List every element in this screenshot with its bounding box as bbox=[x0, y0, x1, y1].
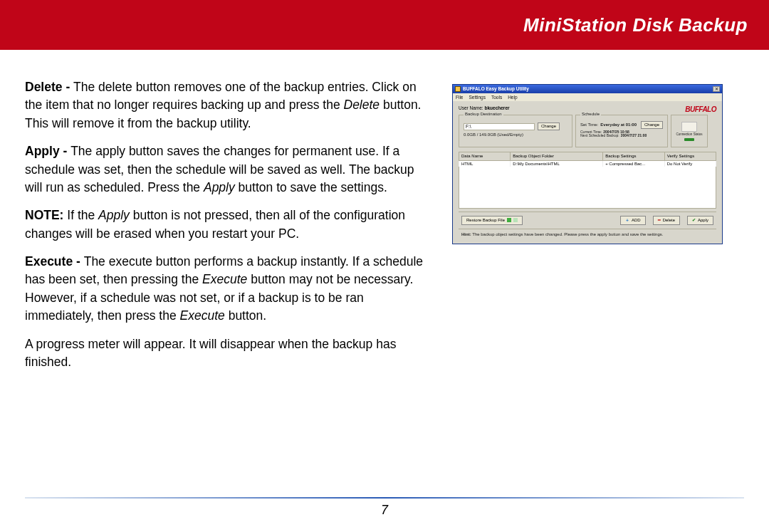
table-empty-area bbox=[459, 167, 716, 208]
note-label: NOTE: bbox=[25, 208, 63, 222]
menu-settings[interactable]: Settings bbox=[469, 95, 486, 100]
set-time-label: Set Time: bbox=[580, 122, 598, 127]
play-icon bbox=[513, 218, 518, 222]
apply-body-b: button to save the settings. bbox=[235, 180, 387, 194]
execute-italic-2: Execute bbox=[180, 308, 225, 323]
panel-dest-label: Backup Destination bbox=[464, 112, 503, 117]
hint-text: The backup object settings have been cha… bbox=[471, 232, 664, 236]
instruction-text: Delete - The delete button removes one o… bbox=[25, 78, 424, 381]
backup-table: Data Name Backup Object Folder Backup Se… bbox=[459, 152, 716, 209]
change-dest-button[interactable]: Change bbox=[538, 122, 560, 130]
note-italic: Apply bbox=[98, 208, 130, 222]
page-title: MiniStation Disk Backup bbox=[523, 14, 748, 36]
cell-data-name: HTML bbox=[459, 160, 511, 167]
restore-backup-button[interactable]: Restore Backup File bbox=[461, 216, 523, 225]
titlebar[interactable]: BUFFALO Easy Backup Utility ✕ bbox=[453, 85, 722, 93]
status-led-icon bbox=[684, 138, 694, 141]
app-body: User Name: bkuecherer BUFFALO Backup Des… bbox=[453, 101, 722, 244]
set-time-value: Everyday at 01:00 bbox=[600, 122, 637, 127]
delete-label: Delete bbox=[663, 218, 675, 223]
menu-tools[interactable]: Tools bbox=[491, 95, 502, 100]
action-button-row: Restore Backup File ＋ ADD ━ Delete bbox=[459, 212, 716, 229]
apply-italic: Apply bbox=[204, 180, 235, 194]
header-band: MiniStation Disk Backup bbox=[0, 0, 769, 50]
menu-help[interactable]: Help bbox=[508, 95, 517, 100]
content-area: Delete - The delete button removes one o… bbox=[0, 50, 769, 381]
cell-verify: Do Not Verify bbox=[664, 160, 716, 167]
table-header-row: Data Name Backup Object Folder Backup Se… bbox=[459, 152, 716, 161]
col-verify-settings[interactable]: Verify Settings bbox=[664, 152, 716, 161]
next-backup-value: 2004/7/27 21:00 bbox=[621, 134, 647, 138]
col-object-folder[interactable]: Backup Object Folder bbox=[511, 152, 603, 161]
apply-button[interactable]: ✔ Apply bbox=[687, 216, 713, 225]
add-button[interactable]: ＋ ADD bbox=[620, 216, 646, 225]
delete-paragraph: Delete - The delete button removes one o… bbox=[25, 78, 424, 132]
close-icon[interactable]: ✕ bbox=[713, 86, 720, 92]
cell-backup-settings: + Compressed Bac... bbox=[603, 160, 665, 167]
menu-file[interactable]: File bbox=[456, 95, 463, 100]
titlebar-text: BUFFALO Easy Backup Utility bbox=[463, 86, 529, 91]
execute-paragraph: Execute - The execute button performs a … bbox=[25, 253, 424, 325]
delete-button[interactable]: ━ Delete bbox=[653, 216, 680, 225]
schedule-panel: Schedule Set Time: Everyday at 01:00 Cha… bbox=[575, 115, 668, 147]
apply-paragraph: Apply - The apply button saves the chang… bbox=[25, 142, 424, 197]
note-paragraph: NOTE: If the Apply button is not pressed… bbox=[25, 207, 424, 243]
username-label: User Name: bbox=[459, 105, 483, 110]
page-footer: 7 bbox=[0, 497, 769, 518]
apply-label: Apply - bbox=[25, 144, 70, 158]
execute-body-c: button. bbox=[225, 308, 266, 323]
conn-status-label: Connection Status bbox=[676, 133, 703, 137]
backup-destination-panel: Backup Destination F:\ Change 0.0GB / 14… bbox=[459, 115, 572, 147]
add-label: ADD bbox=[632, 218, 641, 223]
top-panels: Backup Destination F:\ Change 0.0GB / 14… bbox=[459, 115, 716, 147]
truck-icon bbox=[681, 122, 697, 132]
backup-app-window: BUFFALO Easy Backup Utility ✕ File Setti… bbox=[452, 84, 723, 244]
note-body-a: If the bbox=[63, 208, 98, 222]
capacity-text: 0.0GB / 149.0GB (Used/Empty) bbox=[464, 132, 567, 137]
app-screenshot: BUFFALO Easy Backup Utility ✕ File Setti… bbox=[452, 78, 723, 381]
execute-italic-1: Execute bbox=[202, 272, 247, 286]
footer-rule bbox=[25, 497, 744, 499]
drive-field[interactable]: F:\ bbox=[464, 123, 535, 130]
col-data-name[interactable]: Data Name bbox=[459, 152, 511, 161]
app-icon bbox=[455, 86, 461, 92]
menubar: File Settings Tools Help bbox=[453, 93, 722, 101]
restore-label: Restore Backup File bbox=[466, 218, 505, 223]
progress-paragraph: A progress meter will appear. It will di… bbox=[25, 335, 424, 372]
cell-folder: D:\My Documents\HTML bbox=[511, 160, 603, 167]
hint-bar: Hint: The backup object settings have be… bbox=[459, 229, 716, 240]
page-number: 7 bbox=[0, 503, 769, 518]
col-backup-settings[interactable]: Backup Settings bbox=[603, 152, 665, 161]
next-backup-label: Next Scheduled Backup: bbox=[580, 134, 619, 138]
connection-panel: Connection Status bbox=[671, 115, 708, 147]
delete-italic: Delete bbox=[344, 98, 380, 112]
hint-label: Hint: bbox=[461, 232, 471, 236]
buffalo-logo: BUFFALO bbox=[685, 105, 716, 113]
check-icon: ✔ bbox=[692, 218, 696, 223]
minus-icon: ━ bbox=[658, 218, 661, 223]
panel-sched-label: Schedule bbox=[580, 112, 601, 117]
table-row[interactable]: HTML D:\My Documents\HTML + Compressed B… bbox=[459, 160, 716, 167]
username-value: bkuecherer bbox=[485, 105, 510, 110]
plus-icon: ＋ bbox=[625, 218, 629, 223]
apply-label: Apply bbox=[698, 218, 708, 223]
execute-label: Execute - bbox=[25, 254, 84, 268]
username-row: User Name: bkuecherer bbox=[459, 105, 510, 110]
play-icon bbox=[507, 218, 511, 222]
change-sched-button[interactable]: Change bbox=[641, 121, 663, 129]
delete-label: Delete - bbox=[25, 80, 73, 94]
